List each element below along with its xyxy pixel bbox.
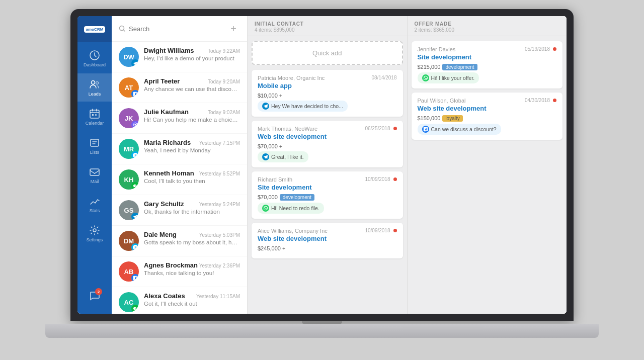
deal-indicator bbox=[393, 229, 397, 232]
app-logo: amoCRM bbox=[77, 16, 112, 42]
deal-message: Great, I like it. bbox=[258, 151, 397, 162]
message-top: Dwight Williams Today 9:22AM bbox=[144, 47, 240, 54]
messenger-icon bbox=[131, 243, 139, 251]
deal-card[interactable]: Mark Thomas, NeoWare 06/25/2018 Web site… bbox=[252, 121, 403, 167]
deal-date: 10/09/2018 bbox=[365, 228, 390, 233]
deal-contact: Mark Thomas, NeoWare bbox=[258, 126, 317, 132]
message-item[interactable]: DW Dwight Williams Today 9:22AM Hey, I'd… bbox=[112, 42, 247, 72]
avatar: JK bbox=[119, 108, 139, 128]
add-conversation-button[interactable]: + bbox=[227, 22, 240, 35]
deal-date: 05/19/2018 bbox=[525, 46, 550, 52]
sidebar-nav: Dashboard bbox=[77, 42, 112, 282]
chat-bubble: Great, I like it. bbox=[258, 151, 308, 162]
deal-card[interactable]: Richard Smith 10/09/2018 Site developmen… bbox=[252, 171, 403, 219]
app-container: amoCRM Dashboard bbox=[77, 16, 567, 314]
deal-amount: $70,000 + bbox=[258, 143, 282, 149]
search-input[interactable] bbox=[129, 25, 223, 33]
svg-rect-6 bbox=[91, 139, 99, 146]
chat-bubble: Hey We have decided to cho... bbox=[258, 101, 348, 112]
deal-contact: Jennifer Davies bbox=[418, 46, 456, 52]
message-preview: Thanks, nice talking to you! bbox=[144, 270, 240, 276]
lists-icon bbox=[89, 137, 101, 149]
deal-title: Web site development bbox=[258, 235, 397, 243]
avatar: DM bbox=[119, 231, 139, 251]
deal-amount: $70,000 bbox=[258, 194, 278, 200]
message-top: Kenneth Homan Yesterday 6:52PM bbox=[144, 169, 240, 177]
message-sender: Maria Richards bbox=[144, 139, 191, 146]
message-time: Yesterday 5:24PM bbox=[199, 202, 240, 207]
deal-message: Can we discuss a discount? bbox=[418, 124, 557, 135]
stats-icon bbox=[89, 195, 101, 207]
avatar: AT bbox=[119, 77, 139, 98]
pipeline-col-offer_made: OFFER MADE 2 items: $365,000 Jennifer Da… bbox=[408, 16, 567, 314]
sidebar-item-messages[interactable]: 2 bbox=[77, 282, 112, 310]
sidebar-item-calendar[interactable]: Calendar bbox=[77, 103, 112, 131]
message-time: Yesterday 6:52PM bbox=[199, 171, 240, 176]
messenger-icon bbox=[131, 121, 139, 128]
message-item[interactable]: MR Maria Richards Yesterday 7:15PM Yeah,… bbox=[112, 134, 247, 164]
message-item[interactable]: GS Gary Schultz Yesterday 5:24PM Ok, tha… bbox=[112, 195, 247, 226]
deal-tag: development bbox=[442, 64, 477, 70]
message-sender: Dwight Williams bbox=[144, 47, 194, 54]
deal-contact: Paul Wilson, Global bbox=[418, 98, 466, 104]
deal-tags: $70,000 development bbox=[258, 194, 397, 201]
deal-card[interactable]: Jennifer Davies 05/19/2018 Site developm… bbox=[412, 41, 563, 88]
message-top: Maria Richards Yesterday 7:15PM bbox=[144, 139, 240, 146]
sidebar-item-stats[interactable]: Stats bbox=[77, 190, 112, 218]
message-time: Today 9:02AM bbox=[208, 110, 240, 115]
message-sender: Alexa Coates bbox=[144, 292, 185, 300]
deal-tags: $70,000 + bbox=[258, 143, 397, 149]
deal-top: Patricia Moore, Organic Inc 08/14/2018 bbox=[258, 75, 397, 81]
deal-date: 08/14/2018 bbox=[371, 75, 396, 80]
deal-top: Mark Thomas, NeoWare 06/25/2018 bbox=[258, 126, 397, 132]
message-item[interactable]: DM Dale Meng Yesterday 5:03PM Gotta spea… bbox=[112, 226, 247, 256]
sidebar-item-dashboard[interactable]: Dashboard bbox=[77, 44, 112, 72]
deal-message: Hey We have decided to cho... bbox=[258, 101, 397, 112]
pipeline: INITIAL CONTACT 4 items: $895,000 Quick … bbox=[248, 16, 567, 314]
leads-icon bbox=[89, 78, 101, 91]
message-item[interactable]: AB Agnes Brockman Yesterday 2:36PM Thank… bbox=[112, 256, 247, 287]
message-item[interactable]: AC Alexa Coates Yesterday 11:15AM Got it… bbox=[112, 287, 247, 314]
sidebar-item-settings[interactable]: Settings bbox=[77, 219, 112, 247]
message-item[interactable]: KH Kenneth Homan Yesterday 6:52PM Cool, … bbox=[112, 164, 247, 195]
messenger-icon bbox=[131, 59, 139, 67]
settings-icon bbox=[89, 224, 101, 236]
message-content: Kenneth Homan Yesterday 6:52PM Cool, I'l… bbox=[144, 169, 240, 184]
column-header: OFFER MADE 2 items: $365,000 bbox=[408, 16, 567, 36]
messages-panel: + DW Dwight Williams Today 9:22AM Hey, I… bbox=[112, 16, 248, 314]
message-item[interactable]: JK Julie Kaufman Today 9:02AM Hi! Can yo… bbox=[112, 103, 247, 134]
message-top: Agnes Brockman Yesterday 2:36PM bbox=[144, 261, 240, 269]
sidebar-item-leads[interactable]: Leads bbox=[77, 73, 112, 102]
search-icon bbox=[119, 25, 126, 32]
deal-tag: development bbox=[280, 194, 314, 201]
sidebar-bottom: 2 bbox=[77, 282, 112, 314]
deal-date: 04/30/2018 bbox=[525, 98, 550, 103]
message-top: April Teeter Today 9:20AM bbox=[144, 77, 240, 85]
deal-card[interactable]: Alice Williams, Company Inc 10/09/2018 W… bbox=[252, 223, 403, 258]
svg-rect-4 bbox=[92, 114, 94, 116]
deal-tags: $215,000 development bbox=[418, 64, 557, 70]
deal-amount: $150,000 bbox=[418, 115, 441, 121]
avatar: GS bbox=[119, 200, 139, 220]
avatar: AC bbox=[119, 292, 139, 312]
sidebar-label-leads: Leads bbox=[89, 92, 101, 97]
sidebar-item-mail[interactable]: Mail bbox=[77, 161, 112, 189]
deal-card[interactable]: Patricia Moore, Organic Inc 08/14/2018 M… bbox=[252, 70, 403, 117]
chat-bubble: Can we discuss a discount? bbox=[418, 124, 501, 135]
deal-contact: Patricia Moore, Organic Inc bbox=[258, 75, 325, 81]
message-item[interactable]: AT April Teeter Today 9:20AM Any chance … bbox=[112, 72, 247, 103]
bubble-messenger-icon bbox=[262, 103, 269, 110]
sidebar-item-lists[interactable]: Lists bbox=[77, 132, 112, 160]
message-content: Dale Meng Yesterday 5:03PM Gotta speak t… bbox=[144, 231, 240, 245]
message-top: Gary Schultz Yesterday 5:24PM bbox=[144, 200, 240, 208]
message-sender: Kenneth Homan bbox=[144, 169, 194, 177]
deal-tags: $245,000 + bbox=[258, 245, 397, 251]
svg-rect-5 bbox=[95, 114, 97, 116]
messenger-icon bbox=[131, 305, 139, 312]
deal-message: Hi! I like your offer. bbox=[418, 72, 557, 83]
column-title: OFFER MADE bbox=[415, 21, 560, 27]
deal-card[interactable]: Paul Wilson, Global 04/30/2018 Web site … bbox=[412, 93, 563, 140]
quick-add-button[interactable]: Quick add bbox=[252, 41, 403, 65]
bubble-messenger-icon bbox=[422, 126, 429, 133]
logo-text: amoCRM bbox=[84, 26, 106, 33]
